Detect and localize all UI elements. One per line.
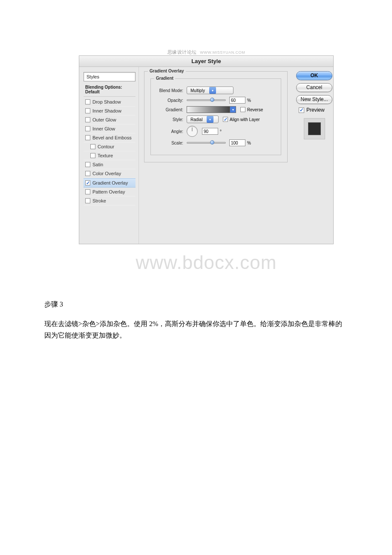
opacity-slider[interactable] xyxy=(187,99,226,101)
style-dropdown[interactable]: Radial ▾ xyxy=(187,116,219,123)
blend-mode-label: Blend Mode: xyxy=(157,88,183,93)
effect-label: Outer Glow xyxy=(92,117,116,122)
gradient-swatch[interactable]: ▾ xyxy=(187,106,236,113)
dialog-buttons: OK Cancel New Style... ✓ Preview xyxy=(293,67,333,244)
subsection-title: Gradient xyxy=(154,76,175,81)
align-with-layer-checkbox[interactable]: ✓ Align with Layer xyxy=(223,117,260,122)
align-checkbox-box: ✓ xyxy=(223,117,228,122)
effect-label: Stroke xyxy=(92,198,106,203)
angle-label: Angle: xyxy=(157,129,183,134)
effect-label: Satin xyxy=(92,162,103,167)
reverse-label: Reverse xyxy=(247,107,263,112)
angle-unit: ° xyxy=(220,129,222,134)
new-style-button[interactable]: New Style... xyxy=(296,95,332,104)
opacity-label: Opacity: xyxy=(157,98,183,103)
dropdown-arrow-icon: ▾ xyxy=(209,87,216,94)
effect-item-contour[interactable]: Contour xyxy=(84,142,135,151)
preview-swatch-container xyxy=(304,118,325,139)
preview-checkbox[interactable]: ✓ Preview xyxy=(296,107,330,113)
scale-slider[interactable] xyxy=(187,142,226,144)
gradient-label: Gradient: xyxy=(157,107,183,112)
effect-item-color-overlay[interactable]: Color Overlay xyxy=(84,169,135,178)
effect-item-inner-shadow[interactable]: Inner Shadow xyxy=(84,107,135,116)
effect-label: Inner Shadow xyxy=(92,108,121,113)
effect-checkbox[interactable] xyxy=(90,144,95,149)
effect-item-outer-glow[interactable]: Outer Glow xyxy=(84,116,135,124)
effect-label: Pattern Overlay xyxy=(92,189,125,194)
blend-mode-dropdown[interactable]: Multiply ▾ xyxy=(187,87,233,94)
effect-checkbox[interactable] xyxy=(85,108,90,113)
align-label: Align with Layer xyxy=(230,117,260,122)
effect-checkbox[interactable] xyxy=(85,162,90,167)
effect-checkbox[interactable] xyxy=(85,171,90,176)
gradient-overlay-group: Gradient Overlay Gradient Blend Mode: Mu… xyxy=(144,71,288,162)
preview-checkbox-box: ✓ xyxy=(299,107,304,113)
opacity-input[interactable] xyxy=(229,97,245,104)
layer-style-dialog: Layer Style Styles Blending Options: Def… xyxy=(79,55,334,244)
angle-input[interactable] xyxy=(202,128,218,135)
watermark-header: 思缘设计论坛 WWW.MISSYUAN.COM xyxy=(79,49,334,55)
effect-item-satin[interactable]: Satin xyxy=(84,160,135,169)
effect-item-stroke[interactable]: Stroke xyxy=(84,197,135,205)
effect-item-texture[interactable]: Texture xyxy=(84,151,135,160)
effect-checkbox[interactable] xyxy=(85,198,90,203)
ok-button[interactable]: OK xyxy=(296,71,332,80)
blending-options-item[interactable]: Blending Options: Default xyxy=(84,84,135,97)
scale-label: Scale: xyxy=(157,141,183,145)
effect-checkbox[interactable]: ✓ xyxy=(85,180,90,185)
gradient-group: Gradient Blend Mode: Multiply ▾ Opacity: xyxy=(150,78,281,155)
effect-checkbox[interactable] xyxy=(90,153,95,158)
scale-unit: % xyxy=(247,141,251,145)
effect-item-drop-shadow[interactable]: Drop Shadow xyxy=(84,98,135,107)
section-title: Gradient Overlay xyxy=(148,69,186,73)
effect-label: Bevel and Emboss xyxy=(92,135,132,140)
watermark-header-en: WWW.MISSYUAN.COM xyxy=(200,50,245,55)
styles-header[interactable]: Styles xyxy=(84,72,135,81)
effect-item-pattern-overlay[interactable]: Pattern Overlay xyxy=(84,188,135,197)
effect-label: Contour xyxy=(98,144,114,149)
step-title: 步骤 3 xyxy=(44,299,348,310)
style-label: Style: xyxy=(157,117,183,122)
effect-item-gradient-overlay[interactable]: ✓Gradient Overlay xyxy=(84,178,135,188)
preview-label: Preview xyxy=(306,107,325,113)
gradient-picker-arrow-icon[interactable]: ▾ xyxy=(230,107,236,113)
effect-label: Gradient Overlay xyxy=(92,180,128,185)
effect-item-inner-glow[interactable]: Inner Glow xyxy=(84,124,135,133)
watermark-header-cn: 思缘设计论坛 xyxy=(167,49,197,55)
reverse-checkbox[interactable]: Reverse xyxy=(240,107,263,112)
effect-label: Texture xyxy=(98,153,113,158)
style-value: Radial xyxy=(190,117,202,122)
blend-mode-value: Multiply xyxy=(190,88,205,93)
scale-input[interactable] xyxy=(229,139,245,146)
watermark-text: www.bdocx.com xyxy=(79,252,334,273)
gradient-overlay-panel: Gradient Overlay Gradient Blend Mode: Mu… xyxy=(139,67,293,244)
angle-dial[interactable] xyxy=(187,126,198,137)
effect-checkbox[interactable] xyxy=(85,135,90,140)
opacity-unit: % xyxy=(247,98,251,103)
reverse-checkbox-box xyxy=(240,107,245,112)
effect-checkbox[interactable] xyxy=(85,99,90,104)
effect-item-bevel-and-emboss[interactable]: Bevel and Emboss xyxy=(84,133,135,142)
effect-checkbox[interactable] xyxy=(85,189,90,194)
dropdown-arrow-icon: ▾ xyxy=(207,116,213,123)
effect-label: Drop Shadow xyxy=(92,99,121,104)
preview-swatch xyxy=(308,122,321,135)
effect-checkbox[interactable] xyxy=(85,117,90,122)
effect-label: Color Overlay xyxy=(92,171,121,176)
styles-sidebar: Styles Blending Options: Default Drop Sh… xyxy=(79,67,139,244)
cancel-button[interactable]: Cancel xyxy=(296,83,332,92)
effect-label: Inner Glow xyxy=(92,126,115,131)
effect-checkbox[interactable] xyxy=(85,126,90,131)
article-text: 步骤 3 现在去滤镜>杂色>添加杂色。使用 2%，高斯分布并确保你选中了单色。给… xyxy=(44,299,348,341)
article-body: 现在去滤镜>杂色>添加杂色。使用 2%，高斯分布并确保你选中了单色。给渐变添加杂… xyxy=(44,318,348,341)
dialog-title: Layer Style xyxy=(79,56,333,67)
